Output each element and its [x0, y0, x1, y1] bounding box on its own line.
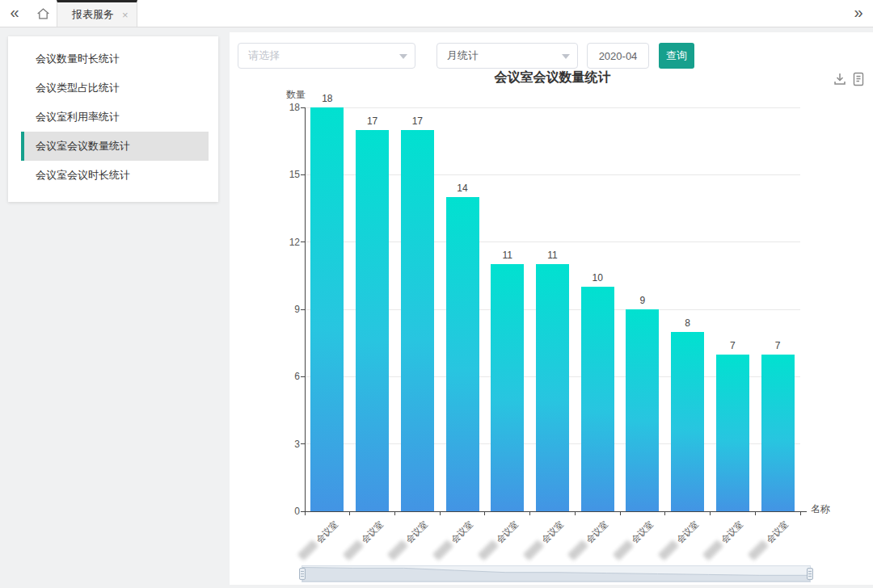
bar-value-label: 7 — [711, 340, 756, 351]
tab-report-service[interactable]: 报表服务 × — [57, 0, 137, 27]
tab-label: 报表服务 — [72, 7, 114, 22]
y-axis-name: 数量 — [286, 88, 306, 102]
x-category-label-text: 会议室 — [764, 519, 790, 545]
blurred-room-name — [702, 540, 723, 561]
x-axis-tick — [305, 511, 306, 515]
x-axis-tick — [620, 511, 621, 515]
tab-close-icon[interactable]: × — [122, 9, 129, 21]
sidebar: 会议数量时长统计 会议类型占比统计 会议室利用率统计 会议室会议数量统计 会议室… — [8, 36, 218, 202]
datazoom-handle[interactable] — [807, 568, 813, 580]
y-axis-line — [305, 107, 306, 511]
blurred-room-name — [613, 540, 634, 561]
bar[interactable] — [491, 264, 524, 511]
blurred-room-name — [478, 540, 499, 561]
bar-value-label: 14 — [440, 183, 485, 194]
y-tick-label: 6 — [268, 371, 300, 382]
blurred-room-name — [432, 540, 453, 561]
bar[interactable] — [626, 309, 659, 511]
x-category-label-text: 会议室 — [719, 519, 745, 545]
sidebar-item-room-utilization-stats[interactable]: 会议室利用率统计 — [21, 103, 209, 132]
gridline — [305, 107, 800, 108]
x-axis-tick — [755, 511, 756, 515]
x-category-label-text: 会议室 — [449, 519, 474, 545]
y-tick-label: 3 — [268, 439, 300, 450]
bar-value-label: 11 — [530, 250, 576, 261]
y-tick-label: 9 — [268, 304, 300, 315]
blurred-room-name — [342, 540, 363, 561]
datazoom-data-shadow — [302, 566, 810, 582]
x-category-label-text: 会议室 — [629, 519, 655, 545]
bar[interactable] — [761, 355, 795, 511]
x-category-label-text: 会议室 — [674, 519, 700, 545]
bar[interactable] — [581, 287, 614, 511]
x-axis-tick — [575, 511, 576, 515]
x-axis-tick — [529, 511, 530, 515]
bar-value-label: 11 — [485, 250, 530, 261]
bar-value-label: 10 — [575, 272, 620, 284]
x-axis-name: 名称 — [811, 502, 830, 516]
bar[interactable] — [446, 197, 479, 511]
bar-value-label: 7 — [755, 340, 800, 351]
blurred-room-name — [297, 540, 318, 561]
x-category-label-text: 会议室 — [404, 519, 430, 545]
main-panel: 请选择 月统计 查询 会议室会议数量统计 数量036912151818会议室17… — [230, 32, 873, 585]
sidebar-item-meeting-type-ratio-stats[interactable]: 会议类型占比统计 — [21, 74, 209, 103]
sidebar-item-meeting-count-duration-stats[interactable]: 会议数量时长统计 — [21, 44, 209, 74]
sidebar-item-room-meeting-count-stats[interactable]: 会议室会议数量统计 — [21, 132, 209, 161]
x-axis-tick — [440, 511, 441, 515]
bar[interactable] — [671, 332, 704, 511]
bar-value-label: 17 — [394, 116, 440, 127]
y-tick-label: 0 — [268, 506, 300, 517]
bar[interactable] — [310, 107, 344, 511]
bar-value-label: 17 — [350, 116, 395, 127]
x-axis-tick — [664, 511, 665, 515]
blurred-room-name — [658, 540, 679, 561]
x-category-label-text: 会议室 — [314, 519, 340, 545]
expand-tabs-icon[interactable]: » — [844, 0, 873, 27]
x-axis-tick — [800, 511, 801, 515]
home-icon[interactable] — [29, 0, 57, 27]
x-axis-tick — [710, 511, 711, 515]
bar-value-label: 18 — [305, 93, 350, 104]
blurred-room-name — [387, 540, 408, 561]
home-icon-glyph — [36, 7, 50, 20]
bar[interactable] — [401, 130, 434, 511]
topbar-spacer — [137, 0, 844, 27]
blurred-room-name — [567, 540, 588, 561]
sidebar-item-room-meeting-duration-stats[interactable]: 会议室会议时长统计 — [21, 161, 209, 190]
blurred-room-name — [748, 540, 769, 561]
bar[interactable] — [536, 264, 569, 511]
x-category-label-text: 会议室 — [584, 519, 610, 545]
x-axis-tick — [394, 511, 395, 515]
x-axis-tick — [349, 511, 350, 515]
y-tick-label: 15 — [268, 169, 300, 180]
x-category-label-text: 会议室 — [359, 519, 385, 545]
bar-value-label: 9 — [620, 295, 665, 306]
datazoom-handle[interactable] — [299, 568, 306, 580]
blurred-room-name — [522, 540, 543, 561]
x-axis-tick — [484, 511, 485, 515]
bar[interactable] — [716, 355, 749, 511]
x-category-label-text: 会议室 — [494, 519, 520, 545]
y-tick-label: 18 — [268, 102, 300, 113]
bar[interactable] — [356, 130, 389, 511]
bar-value-label: 8 — [665, 317, 711, 329]
bar-chart: 数量036912151818会议室17会议室17会议室14会议室11会议室11会… — [230, 32, 873, 585]
datazoom-slider[interactable] — [302, 565, 811, 582]
y-tick-label: 12 — [268, 237, 300, 248]
topbar: « 报表服务 × » — [0, 0, 873, 27]
x-category-label-text: 会议室 — [539, 519, 565, 545]
collapse-sidebar-icon[interactable]: « — [0, 0, 29, 27]
